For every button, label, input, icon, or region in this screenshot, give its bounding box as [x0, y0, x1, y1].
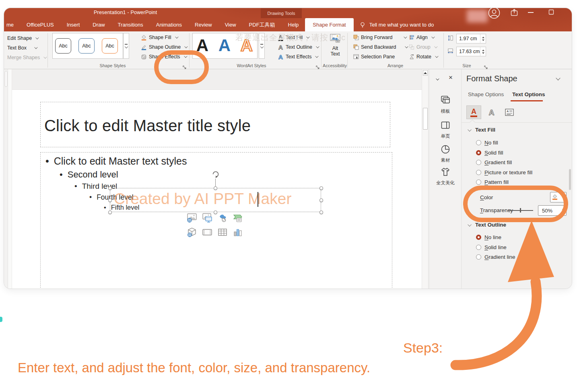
wordart-style-blue[interactable]: A	[218, 34, 231, 58]
tab-draw[interactable]: Draw	[86, 18, 111, 31]
insert-table-icon[interactable]	[217, 227, 228, 237]
insert-chart-icon[interactable]	[233, 227, 243, 237]
align-button[interactable]: Align	[409, 33, 434, 41]
selection-handle-top-right[interactable]	[319, 186, 323, 190]
selection-handle-bottom-center[interactable]	[214, 210, 217, 214]
text-outline-button[interactable]: A Text Outline	[278, 43, 318, 51]
selection-handle-top-center[interactable]	[214, 186, 217, 190]
text-effects-button[interactable]: A Text Effects	[278, 53, 317, 61]
chevron-down-icon[interactable]	[468, 128, 472, 132]
selection-handle-mid-right[interactable]	[319, 198, 323, 202]
tell-me-box[interactable]: Tell me what you want to do	[354, 18, 434, 31]
bullet-level-1[interactable]: •Click to edit Master text styles	[45, 155, 187, 167]
tab-insert[interactable]: Insert	[60, 18, 87, 31]
pane-scrollbar[interactable]	[569, 169, 571, 190]
bring-forward-icon	[353, 35, 359, 40]
bring-forward-button[interactable]: Bring Forward	[353, 33, 406, 41]
chevron-down-icon[interactable]	[468, 223, 472, 227]
selection-handle-bottom-right[interactable]	[319, 210, 323, 214]
slide-title-text[interactable]: Click to edit Master title style	[44, 117, 251, 135]
selection-handle-bottom-left[interactable]	[108, 210, 112, 214]
tab-view[interactable]: View	[218, 18, 243, 31]
step-annotation: Step3:	[403, 340, 443, 356]
thumbnail-pane-scrollbar[interactable]	[4, 69, 8, 289]
active-tab-underline	[511, 100, 543, 101]
collapse-pane-chevron-icon[interactable]	[556, 76, 560, 80]
radio-solid-line[interactable]: Solid line	[476, 244, 507, 250]
text-box-button[interactable]: Text Box	[7, 44, 37, 52]
tab-animations[interactable]: Animations	[150, 18, 188, 31]
scroll-up-button[interactable]	[423, 70, 428, 76]
rotate-button[interactable]: Rotate	[409, 53, 437, 61]
insert-picture-icon[interactable]	[202, 213, 212, 223]
alt-text-label-2: Text	[324, 51, 346, 57]
assistant-item-single-page[interactable]: 单页	[429, 120, 462, 139]
send-backward-button[interactable]: Send Backward	[353, 43, 407, 51]
text-outline-heading[interactable]: Text Outline	[475, 222, 506, 228]
stock-images-icon[interactable]	[187, 213, 197, 223]
textbox-text[interactable]: Created by AI PPT Maker	[114, 190, 291, 208]
shape-width-input[interactable]: 17.63 cm	[456, 47, 486, 56]
alt-text-label-1: Alt	[324, 45, 346, 51]
radio-gradient-line[interactable]: Gradient line	[476, 254, 515, 260]
tab-officeplus[interactable]: OfficePLUS	[20, 18, 60, 31]
radio-no-fill[interactable]: No fill	[476, 140, 498, 146]
present-online-button[interactable]	[510, 8, 518, 18]
shape-style-black[interactable]: Abc	[55, 38, 71, 54]
selection-handle-mid-left[interactable]	[108, 198, 112, 202]
shape-style-blue[interactable]: Abc	[78, 38, 95, 54]
3d-models-icon[interactable]	[187, 227, 197, 237]
insert-video-icon[interactable]	[202, 227, 212, 237]
assistant-item-template[interactable]: 模板	[429, 95, 462, 114]
tab-shape-format[interactable]: Shape Format	[305, 18, 353, 31]
selection-handle-top-left[interactable]	[108, 186, 112, 190]
tab-pdf-tools[interactable]: PDF工具箱	[243, 18, 282, 31]
text-effects-icon: A	[278, 54, 284, 60]
radio-no-line[interactable]: No line	[476, 234, 501, 240]
bullet-level-2[interactable]: •Second level	[60, 169, 118, 180]
height-spinner[interactable]	[480, 34, 486, 43]
selection-pane-label: Selection Pane	[361, 54, 395, 60]
width-spinner[interactable]	[480, 47, 486, 56]
tab-home-partial[interactable]: me	[4, 18, 20, 31]
thumbnail-scroll-thumb[interactable]	[5, 71, 7, 87]
shape-style-gallery-more-button[interactable]	[123, 33, 129, 59]
format-shape-pane: Format Shape Shape Options Text Options …	[461, 69, 572, 289]
tab-shape-options[interactable]: Shape Options	[468, 91, 504, 97]
selection-pane-button[interactable]: Selection Pane	[353, 53, 395, 61]
scroll-thumb[interactable]	[423, 108, 428, 130]
restore-button[interactable]	[548, 9, 554, 17]
collapse-pane-button[interactable]	[436, 75, 438, 82]
insert-icons-icon[interactable]	[217, 213, 228, 223]
group-separator	[347, 33, 348, 68]
rotate-handle-icon[interactable]	[211, 170, 220, 180]
group-separator	[47, 33, 48, 68]
rotate-label: Rotate	[416, 54, 431, 60]
radio-pattern-fill[interactable]: Pattern fill	[476, 179, 509, 185]
assistant-item-materials[interactable]: 素材	[429, 144, 462, 163]
close-pane-button[interactable]: ×	[449, 74, 453, 81]
edit-shape-button[interactable]: Edit Shape	[7, 34, 38, 42]
radio-gradient-fill[interactable]: Gradient fill	[476, 159, 512, 165]
tab-text-options[interactable]: Text Options	[512, 91, 545, 97]
shape-style-orange[interactable]: Abc	[102, 38, 118, 54]
text-outline-icon: A	[278, 44, 284, 50]
smartart-icon[interactable]	[233, 213, 243, 223]
radio-icon	[476, 245, 481, 250]
minimize-button[interactable]	[528, 12, 534, 13]
radio-solid-fill[interactable]: Solid fill	[476, 150, 503, 156]
shape-outline-button[interactable]: Shape Outline	[141, 43, 187, 51]
text-fill-outline-category-button[interactable]: A	[466, 105, 481, 119]
shape-height-input[interactable]: 1.97 cm	[456, 34, 486, 43]
text-fill-heading[interactable]: Text Fill	[475, 127, 495, 133]
radio-picture-fill[interactable]: Picture or texture fill	[476, 169, 532, 175]
shape-fill-button[interactable]: Shape Fill	[141, 33, 177, 41]
textbox-category-button[interactable]: A	[502, 105, 517, 119]
assistant-item-beautify[interactable]: 全文美化	[429, 167, 462, 186]
tab-help[interactable]: Help	[282, 18, 305, 31]
tab-transitions[interactable]: Transitions	[111, 18, 150, 31]
tab-review[interactable]: Review	[188, 18, 218, 31]
powerpoint-window: Presentation1 - PowerPoint Drawing Tools	[4, 8, 572, 289]
text-effects-category-button[interactable]: A	[484, 105, 499, 119]
slide-scrollbar[interactable]	[422, 69, 429, 289]
